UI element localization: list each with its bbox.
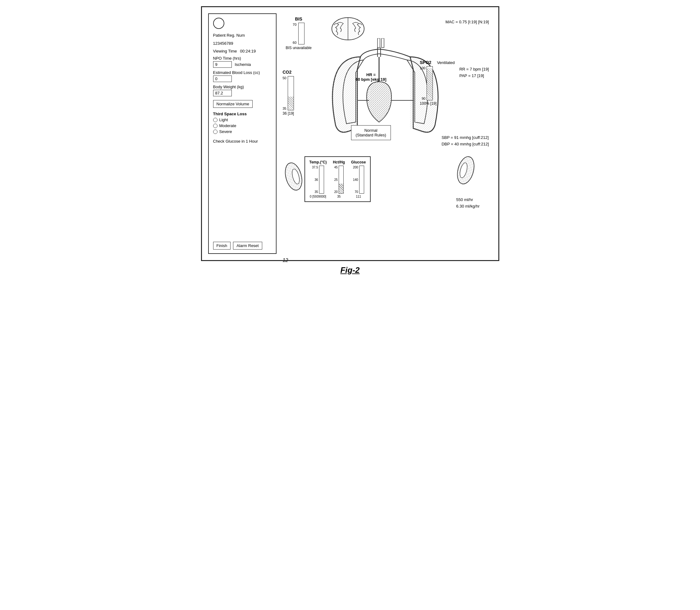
glucose-val: 111: [356, 195, 361, 198]
co2-35: 35: [283, 107, 287, 110]
spo2-section: SPO2 Ventilated 100 90 100% [19]: [420, 60, 455, 106]
co2-section: CO2 50 35 36 [19]: [283, 69, 294, 116]
third-space-group: Third Space Loss Light Moderate Severe: [213, 112, 272, 134]
mlhr-section: 550 ml/hr 6.30 ml/kg/hr: [456, 197, 479, 210]
temp-val: 0 [5939000]: [310, 195, 326, 198]
bottom-buttons: Finish Alarm Reset: [213, 237, 272, 250]
hct-bar: [339, 166, 344, 194]
svg-rect-4: [377, 38, 380, 48]
kidney-right: [455, 153, 477, 189]
radio-moderate-circle[interactable]: [213, 124, 217, 128]
radio-severe-item[interactable]: Severe: [213, 129, 272, 134]
rr-label: RR = 7 bpm [19]: [459, 66, 489, 73]
co2-label: CO2: [283, 69, 292, 75]
dbp-label: DBP = 40 mmhg [cuff:212]: [441, 141, 489, 148]
co2-bar: [288, 76, 294, 110]
radio-light-circle[interactable]: [213, 118, 217, 122]
rr-pap-section: RR = 7 bpm [19] PAP = 17 [19]: [459, 66, 489, 79]
third-space-label: Third Space Loss: [213, 112, 272, 116]
figure-label: Fig-2: [340, 266, 359, 275]
left-kidney-icon: [283, 159, 305, 194]
glucose-bar: [359, 166, 364, 194]
radio-severe-label: Severe: [219, 129, 232, 134]
viewing-time-label: Viewing Time: [213, 49, 237, 53]
temp-37: 37.5: [312, 166, 318, 169]
ml-hr: 550 ml/hr: [456, 197, 479, 203]
radio-severe-circle[interactable]: [213, 130, 217, 134]
svg-point-2: [332, 18, 364, 40]
main-area: BIS 70 60 BIS unavailable: [280, 13, 492, 254]
blood-loss-label: Estimated Blood Loss (cc): [213, 70, 272, 75]
vitals-bottom-panel: Temp.(°C) 37.5 36 35 0 [5939000] Hct/Hg …: [305, 156, 371, 202]
glucose-140: 140: [353, 178, 358, 181]
ischemia-label: Ischemia: [235, 62, 251, 67]
co2-val: 36 [19]: [283, 111, 294, 116]
patient-reg-label: Patient Reg. Num: [213, 33, 272, 38]
radio-moderate-item[interactable]: Moderate: [213, 123, 272, 128]
body-weight-row: Body Weight (kg) 87.2: [213, 84, 272, 96]
blood-loss-val: 0: [213, 76, 232, 82]
body-weight-label: Body Weight (kg): [213, 84, 272, 89]
hct-label: Hct/Hg: [333, 160, 345, 164]
kidney-left: [283, 159, 305, 195]
hr-val: 60 bpm [ekg:19]: [356, 77, 387, 82]
finish-button[interactable]: Finish: [213, 242, 231, 250]
bis-70: 70: [293, 23, 296, 27]
glucose-label: Glucose: [351, 160, 366, 164]
right-kidney-icon: [455, 153, 477, 187]
normalize-volume-button[interactable]: Normalize Volume: [213, 100, 253, 108]
glucose-200: 200: [353, 166, 358, 169]
glucose-check-label: Check Glucose in 1 Hour: [213, 139, 272, 144]
normal-rules-1: Normal: [356, 128, 386, 133]
hr-label: HR =: [356, 73, 387, 77]
spo2-label: SPO2: [420, 60, 431, 65]
bis-label: BIS: [295, 16, 302, 21]
npo-value: 9: [213, 61, 232, 68]
radio-moderate-label: Moderate: [219, 123, 237, 128]
npo-inline: 9 Ischemia: [213, 61, 272, 68]
co2-50: 50: [283, 76, 287, 80]
hct-fill: [339, 184, 343, 193]
radio-light-label: Light: [219, 117, 228, 122]
blood-loss-row: Estimated Blood Loss (cc) 0: [213, 70, 272, 82]
hct-col: Hct/Hg 45 25 20 35: [333, 160, 345, 198]
patient-circle-icon: [213, 18, 224, 29]
left-panel: Patient Reg. Num 123456789 Viewing Time …: [208, 13, 277, 254]
viewing-time-row: Viewing Time 00:24:19: [213, 49, 272, 53]
ml-kg-hr: 6.30 ml/kg/hr: [456, 203, 479, 210]
hct-val: 35: [337, 195, 341, 198]
npo-label: NPO Time (hrs): [213, 56, 272, 61]
main-container: Patient Reg. Num 123456789 Viewing Time …: [201, 6, 499, 261]
radio-light-item[interactable]: Light: [213, 117, 272, 122]
spo2-100: 100: [420, 66, 425, 70]
temp-bar: [319, 166, 324, 194]
ventilated-label: Ventilated: [437, 60, 455, 65]
bis-60: 60: [293, 41, 296, 45]
temp-36: 36: [312, 178, 318, 181]
normal-rules-2: (Standard Rules): [356, 133, 386, 137]
hct-25: 25: [334, 178, 338, 181]
spo2-90: 90: [420, 97, 425, 100]
temp-label: Temp.(°C): [309, 160, 327, 164]
co2-fill: [288, 97, 294, 110]
hct-45: 45: [334, 166, 338, 169]
hct-20: 20: [334, 190, 338, 194]
spo2-fill: [427, 68, 433, 100]
normal-rules-box: Normal (Standard Rules): [351, 125, 391, 140]
viewing-time-val: 00:24:19: [240, 49, 256, 53]
pap-label: PAP = 17 [19]: [459, 73, 489, 79]
spo2-bar: [427, 66, 433, 100]
ref-num: 12: [283, 258, 288, 263]
glucose-col: Glucose 200 140 70 111: [351, 160, 366, 198]
mac-label: MAC = 0.75 [I:19] [N:19]: [445, 20, 489, 24]
body-weight-val: 87.2: [213, 90, 232, 96]
alarm-reset-button[interactable]: Alarm Reset: [233, 242, 262, 250]
npo-row: NPO Time (hrs) 9 Ischemia: [213, 56, 272, 68]
sbp-dbp-section: SBP = 91 mmhg [cuff:212] DBP = 40 mmhg […: [441, 134, 489, 148]
glucose-70: 70: [353, 190, 358, 194]
patient-reg-num: 123456789: [213, 41, 272, 46]
spo2-val: 100% [19]: [420, 101, 437, 106]
temp-35: 35: [312, 190, 318, 194]
temp-col: Temp.(°C) 37.5 36 35 0 [5939000]: [309, 160, 327, 198]
sbp-label: SBP = 91 mmhg [cuff:212]: [441, 134, 489, 141]
